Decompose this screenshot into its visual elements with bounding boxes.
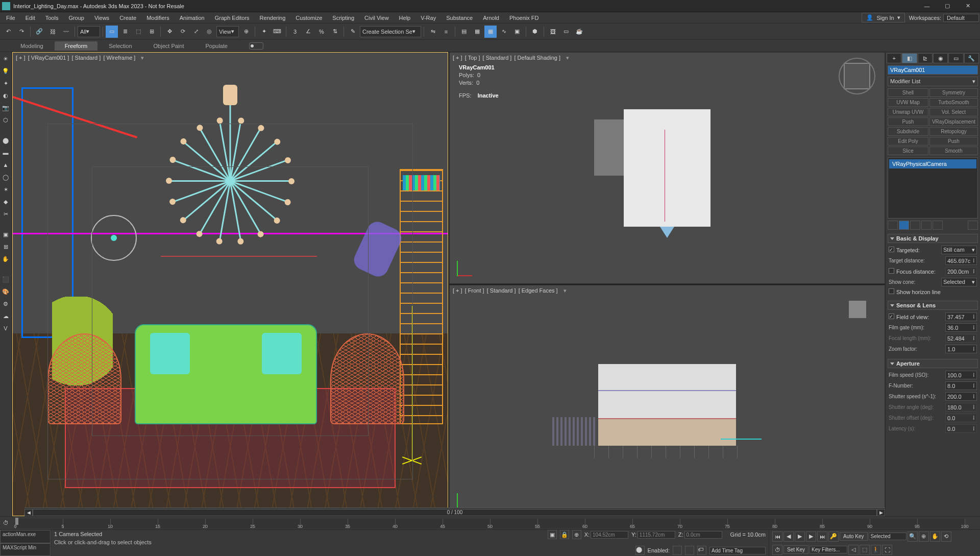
minimize-button[interactable]: —: [917, 0, 937, 12]
modifier-list-select[interactable]: Modifier List▾: [888, 77, 978, 86]
configure-sets-button[interactable]: [933, 221, 943, 230]
track-bar[interactable]: ◀ 0 / 100 ▶: [24, 507, 885, 517]
iso-field[interactable]: 100.0⁞: [945, 371, 977, 379]
auto-key-button[interactable]: Auto Key: [840, 532, 868, 541]
maximize-button[interactable]: ▢: [937, 0, 958, 12]
rotate-button[interactable]: ⟳: [177, 26, 189, 38]
mod-subdivide[interactable]: Subdivide: [888, 127, 928, 136]
render-frame-button[interactable]: ▭: [560, 26, 572, 38]
pan-view-button[interactable]: ✋: [930, 531, 940, 542]
bind-spacewarp-button[interactable]: 〰: [60, 26, 72, 38]
vray-proxy-icon[interactable]: ▣: [0, 229, 11, 240]
percent-snap-button[interactable]: %: [315, 26, 328, 38]
layer-explorer-button[interactable]: ▤: [458, 26, 470, 38]
menu-scripting[interactable]: Scripting: [327, 13, 359, 22]
filter-icon[interactable]: ▾: [564, 287, 569, 294]
toggle-scene-explorer-button[interactable]: ▦: [471, 26, 483, 38]
zoom-factor-field[interactable]: 1.0⁞: [945, 345, 977, 353]
time-slider[interactable]: ⏱ 05101520253035404550556065707580859095…: [0, 516, 980, 529]
vray-camera-icon[interactable]: 📷: [0, 102, 11, 113]
y-field[interactable]: 1115.72cm: [638, 531, 675, 539]
mod-vol-select[interactable]: Vol. Select: [929, 108, 978, 116]
enabled-bar-1[interactable]: [673, 546, 682, 555]
listener-line-2[interactable]: MAXScript Min: [0, 543, 51, 557]
menu-civil-view[interactable]: Civil View: [359, 13, 394, 22]
zoom-region-button[interactable]: ⬚: [860, 545, 870, 555]
menu-views[interactable]: Views: [89, 13, 114, 22]
material-editor-button[interactable]: ⬢: [529, 26, 541, 38]
max-viewport-button[interactable]: ⛶: [882, 545, 892, 555]
vray-disc-icon[interactable]: ◯: [0, 172, 11, 183]
stack-options-button[interactable]: [968, 221, 978, 230]
time-handle[interactable]: [15, 518, 18, 525]
ribbon-tab-freeform[interactable]: Freeform: [55, 41, 98, 51]
tab-motion[interactable]: ◉: [933, 53, 948, 63]
menu-modifiers[interactable]: Modifiers: [141, 13, 175, 22]
menu-customize[interactable]: Customize: [290, 13, 327, 22]
ribbon-tab-object-paint[interactable]: Object Paint: [143, 41, 194, 51]
film-gate-field[interactable]: 36.0⁞: [945, 323, 977, 332]
workspaces-select[interactable]: Default: [943, 14, 979, 22]
timeline-icon[interactable]: ⏱: [3, 520, 11, 527]
mod-uvw-map[interactable]: UVW Map: [888, 98, 928, 107]
vray-ambient-icon[interactable]: ◐: [0, 90, 11, 101]
sign-in-button[interactable]: 👤 Sign In ▾: [862, 13, 904, 22]
time-tag-icon[interactable]: 🏷: [697, 546, 706, 555]
close-button[interactable]: ✕: [958, 0, 978, 12]
tab-hierarchy[interactable]: ⊵: [918, 53, 933, 63]
remove-mod-button[interactable]: [921, 221, 932, 230]
rollout-head-aperture[interactable]: Aperture: [888, 359, 978, 368]
menu-rendering[interactable]: Rendering: [255, 13, 291, 22]
track-prev-button[interactable]: ◀: [24, 509, 33, 516]
vray-clipper-icon[interactable]: ✂: [0, 208, 11, 220]
goto-end-button[interactable]: ⏭: [817, 531, 827, 542]
mod-vraydisplacement[interactable]: VRayDisplacement: [929, 117, 978, 126]
viewport-camera[interactable]: [ + ] [ VRayCam001 ] [ Standard ] [ Wire…: [12, 52, 448, 516]
manipulate-button[interactable]: ✦: [258, 26, 270, 38]
menu-arnold[interactable]: Arnold: [478, 13, 504, 22]
walk-through-button[interactable]: 🚶: [871, 545, 881, 555]
isolate-toggle[interactable]: ▣: [548, 530, 557, 539]
targeted-select[interactable]: Still cam▾: [941, 246, 977, 254]
render-setup-button[interactable]: 🖼: [547, 26, 559, 38]
vray-plane-icon[interactable]: ▬: [0, 147, 11, 158]
add-time-tag-field[interactable]: Add Time Tag: [709, 547, 766, 554]
select-object-button[interactable]: ▭: [106, 26, 118, 38]
zoom-extents-button[interactable]: 🔍: [908, 531, 918, 542]
mod-slice[interactable]: Slice: [888, 147, 928, 155]
select-by-name-button[interactable]: ≣: [119, 26, 131, 38]
vray-sphere-icon[interactable]: ⬤: [0, 135, 11, 146]
menu-file[interactable]: File: [1, 13, 20, 22]
ribbon-minimize-toggle[interactable]: [249, 42, 263, 50]
mod-shell[interactable]: Shell: [888, 88, 928, 97]
vray-mesh-icon[interactable]: ▲: [0, 159, 11, 171]
menu-edit[interactable]: Edit: [20, 13, 40, 22]
curve-editor-button[interactable]: ∿: [498, 26, 510, 38]
vray-cloud-icon[interactable]: ☁: [0, 310, 11, 322]
window-crossing-button[interactable]: ⊞: [145, 26, 158, 38]
menu-tools[interactable]: Tools: [40, 13, 64, 22]
schematic-view-button[interactable]: ▣: [511, 26, 523, 38]
viewport-top[interactable]: [ + ] [ Top ] [ Standard ] [ Default Sha…: [449, 52, 885, 284]
vray-settings-icon[interactable]: ⚙: [0, 298, 11, 309]
undo-button[interactable]: ↶: [2, 26, 14, 38]
rollout-head-sensor[interactable]: Sensor & Lens: [888, 301, 978, 310]
show-cone-select[interactable]: Selected▾: [941, 278, 977, 286]
menu-substance[interactable]: Substance: [441, 13, 478, 22]
mirror-button[interactable]: ⇋: [427, 26, 439, 38]
abs-rel-toggle[interactable]: ⊕: [572, 530, 581, 539]
ribbon-tab-selection[interactable]: Selection: [99, 41, 142, 51]
vray-hand-icon[interactable]: ✋: [0, 253, 11, 264]
align-button[interactable]: ≡: [440, 26, 452, 38]
enabled-bar-2[interactable]: [685, 546, 694, 555]
mod-retopology[interactable]: Retopology: [929, 127, 978, 136]
vray-ies-icon[interactable]: ✦: [0, 78, 11, 89]
viewcube-front[interactable]: [849, 301, 866, 318]
track-next-button[interactable]: ▶: [877, 509, 885, 516]
filter-icon[interactable]: ▾: [141, 55, 146, 61]
angle-snap-button[interactable]: ∠: [302, 26, 314, 38]
placement-button[interactable]: ◎: [203, 26, 215, 38]
menu-phoenix-fd[interactable]: Phoenix FD: [504, 13, 544, 22]
enabled-icon[interactable]: ⬤: [635, 546, 645, 555]
vray-instancer-icon[interactable]: ⊞: [0, 241, 11, 252]
